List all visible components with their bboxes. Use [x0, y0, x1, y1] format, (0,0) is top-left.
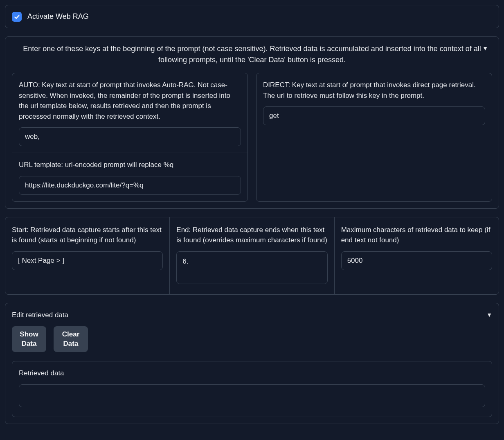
capture-start-description: Start: Retrieved data capture starts aft…: [12, 225, 163, 246]
capture-start-input[interactable]: [12, 251, 163, 270]
checkmark-icon: [14, 14, 20, 20]
capture-max-description: Maximum characters of retrieved data to …: [341, 225, 492, 246]
auto-section: AUTO: Key text at start of prompt that i…: [12, 73, 248, 153]
capture-start-section: Start: Retrieved data capture starts aft…: [5, 217, 169, 295]
url-template-section: URL template: url-encoded prompt will re…: [12, 153, 248, 201]
retrieved-data-textarea[interactable]: [19, 384, 485, 407]
capture-max-input[interactable]: [341, 251, 492, 270]
edit-collapse-toggle-icon[interactable]: ▼: [486, 311, 492, 319]
auto-column: AUTO: Key text at start of prompt that i…: [12, 73, 248, 202]
direct-column: DIRECT: Key text at start of prompt that…: [256, 73, 492, 202]
capture-end-description: End: Retrieved data capture ends when th…: [176, 225, 327, 246]
direct-key-input[interactable]: [263, 106, 485, 125]
auto-description: AUTO: Key text at start of prompt that i…: [19, 80, 241, 122]
instructions-panel: Enter one of these keys at the beginning…: [5, 36, 499, 209]
direct-section: DIRECT: Key text at start of prompt that…: [256, 73, 492, 132]
edit-header: Edit retrieved data ▼: [12, 310, 492, 320]
direct-description: DIRECT: Key text at start of prompt that…: [263, 80, 485, 101]
retrieved-label: Retrieved data: [19, 368, 485, 379]
capture-panel: Start: Retrieved data capture starts aft…: [5, 217, 499, 295]
edit-header-label: Edit retrieved data: [12, 310, 68, 320]
edit-panel: Edit retrieved data ▼ Show Data Clear Da…: [5, 303, 499, 424]
clear-data-button[interactable]: Clear Data: [54, 326, 88, 352]
activate-row: Activate Web RAG: [5, 5, 499, 28]
key-columns: AUTO: Key text at start of prompt that i…: [12, 73, 492, 202]
activate-panel: Activate Web RAG: [5, 5, 499, 28]
instructions-header: Enter one of these keys at the beginning…: [12, 43, 492, 73]
capture-end-section: End: Retrieved data capture ends when th…: [169, 217, 334, 295]
capture-end-input[interactable]: [176, 251, 327, 284]
edit-button-row: Show Data Clear Data: [12, 326, 492, 352]
auto-key-input[interactable]: [19, 127, 241, 146]
activate-checkbox[interactable]: [12, 12, 22, 22]
collapse-toggle-icon[interactable]: ▼: [482, 44, 488, 53]
show-data-button[interactable]: Show Data: [12, 326, 46, 352]
url-template-input[interactable]: [19, 176, 241, 195]
capture-max-section: Maximum characters of retrieved data to …: [334, 217, 499, 295]
instructions-header-text: Enter one of these keys at the beginning…: [23, 45, 481, 64]
activate-label: Activate Web RAG: [27, 11, 89, 22]
retrieved-section: Retrieved data: [12, 361, 492, 417]
url-template-description: URL template: url-encoded prompt will re…: [19, 160, 241, 170]
